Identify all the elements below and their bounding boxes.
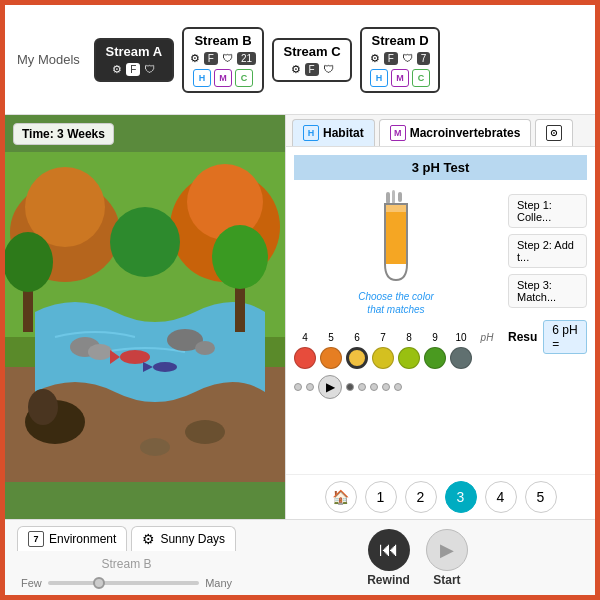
habitat-tab-label: Habitat [323,126,364,140]
tab-macroinvertebrates[interactable]: M Macroinvertebrates [379,119,532,146]
ph-circle-7[interactable] [372,347,394,369]
nav-2[interactable]: 2 [405,481,437,513]
svg-rect-28 [385,204,407,212]
nav-home[interactable]: 🏠 [325,481,357,513]
slider-dot-3 [346,383,354,391]
ph-circle-10[interactable] [450,347,472,369]
test-tube-svg [371,190,421,290]
my-models-label: My Models [17,52,80,67]
slider-dot-4 [358,383,366,391]
ph-circles [294,347,498,369]
slider-row: Few Many [17,577,236,589]
tab-habitat[interactable]: H Habitat [292,119,375,146]
f-badge-b: F [204,52,218,65]
slider-dot-5 [370,383,378,391]
f-badge-c: F [305,63,319,76]
slider-thumb[interactable] [93,577,105,589]
gear-icon-c: ⚙ [291,63,301,76]
rewind-label: Rewind [367,573,410,587]
svg-point-21 [28,389,58,425]
environment-tab[interactable]: 7 Environment [17,526,127,551]
shield-icon-b: 🛡 [222,52,233,64]
stream-d-card[interactable]: Stream D ⚙ F 🛡 7 H M C [360,27,440,93]
bottom-left: 7 Environment ⚙ Sunny Days Stream B Few … [17,526,236,589]
c-badge-b: C [235,69,253,87]
svg-point-11 [195,341,215,355]
c-badge-d: C [412,69,430,87]
svg-point-5 [110,207,180,277]
ph-numbers: 4 5 6 7 8 9 10 pH [294,332,498,343]
ph-circle-6[interactable] [346,347,368,369]
ph-header: 3 pH Test [294,155,587,180]
ph-circle-8[interactable] [398,347,420,369]
stream-a-card[interactable]: Stream A ⚙ F 🛡 [94,38,174,82]
f-badge-d: F [384,52,398,65]
ph-num-10: 10 [450,332,472,343]
m-badge-b: M [214,69,232,87]
nav-1[interactable]: 1 [365,481,397,513]
nav-4[interactable]: 4 [485,481,517,513]
top-bar: My Models Stream A ⚙ F 🛡 Stream B ⚙ F 🛡 … [5,5,595,115]
tab-row: H Habitat M Macroinvertebrates ⊙ [286,115,595,147]
gear-icon-b: ⚙ [190,52,200,65]
tab-more[interactable]: ⊙ [535,119,573,146]
ph-left: Choose the color that matches 4 5 6 7 8 … [294,190,498,399]
svg-point-15 [212,225,268,289]
start-button[interactable]: ▶ Start [426,529,468,587]
ph-slider-row: ▶ [294,375,498,399]
sun-icon: ⚙ [142,531,155,547]
env-label: Environment [49,532,116,546]
stream-view: Time: 3 Weeks [5,115,285,519]
result-value: 6 pH = [543,320,587,354]
mini-slider[interactable] [48,581,199,585]
main-area: Time: 3 Weeks [5,115,595,519]
count-badge-d: 7 [417,52,431,65]
ph-circle-4[interactable] [294,347,316,369]
slider-dot-2 [306,383,314,391]
gear-icon-d: ⚙ [370,52,380,65]
svg-rect-25 [392,190,395,204]
svg-point-22 [185,420,225,444]
svg-rect-26 [398,192,402,202]
app-container: My Models Stream A ⚙ F 🛡 Stream B ⚙ F 🛡 … [0,0,600,600]
test-tube-container: Choose the color that matches [356,190,436,316]
stream-b-title: Stream B [190,33,256,48]
rewind-button[interactable]: ⏮ Rewind [367,529,410,587]
ph-circle-5[interactable] [320,347,342,369]
slider-dot-7 [394,383,402,391]
stream-c-card[interactable]: Stream C ⚙ F 🛡 [272,38,352,82]
shield-icon-d: 🛡 [402,52,413,64]
svg-rect-24 [386,192,390,204]
svg-point-9 [88,344,112,360]
shield-icon-a: 🛡 [144,63,155,75]
rewind-icon: ⏮ [368,529,410,571]
stream-a-icons: ⚙ F 🛡 [102,63,166,76]
ph-num-4: 4 [294,332,316,343]
step-3: Step 3: Match... [508,274,587,308]
stream-scene-svg [5,115,285,519]
habitat-tab-icon: H [303,125,319,141]
stream-b-bottom: H M C [190,69,256,87]
stream-c-icons-row: ⚙ F 🛡 [280,63,344,76]
nav-3[interactable]: 3 [445,481,477,513]
gear-icon-a: ⚙ [112,63,122,76]
ph-circle-9[interactable] [424,347,446,369]
stream-d-title: Stream D [368,33,432,48]
shield-icon-c: 🛡 [323,63,334,75]
ph-num-5: 5 [320,332,342,343]
m-badge-d: M [391,69,409,87]
macro-tab-icon: M [390,125,406,141]
svg-rect-27 [385,204,407,264]
nav-5[interactable]: 5 [525,481,557,513]
result-row: Resu 6 pH = [508,320,587,354]
sunny-days-tab[interactable]: ⚙ Sunny Days [131,526,236,551]
bottom-center: ⏮ Rewind ▶ Start [252,529,583,587]
env-icon: 7 [28,531,44,547]
stream-b-card[interactable]: Stream B ⚙ F 🛡 21 H M C [182,27,264,93]
slider-min-label: Few [21,577,42,589]
ph-main-content: Choose the color that matches 4 5 6 7 8 … [294,190,587,399]
h-badge-d: H [370,69,388,87]
ph-num-8: 8 [398,332,420,343]
slider-arrow[interactable]: ▶ [318,375,342,399]
right-panel: H Habitat M Macroinvertebrates ⊙ 3 pH Te… [285,115,595,519]
